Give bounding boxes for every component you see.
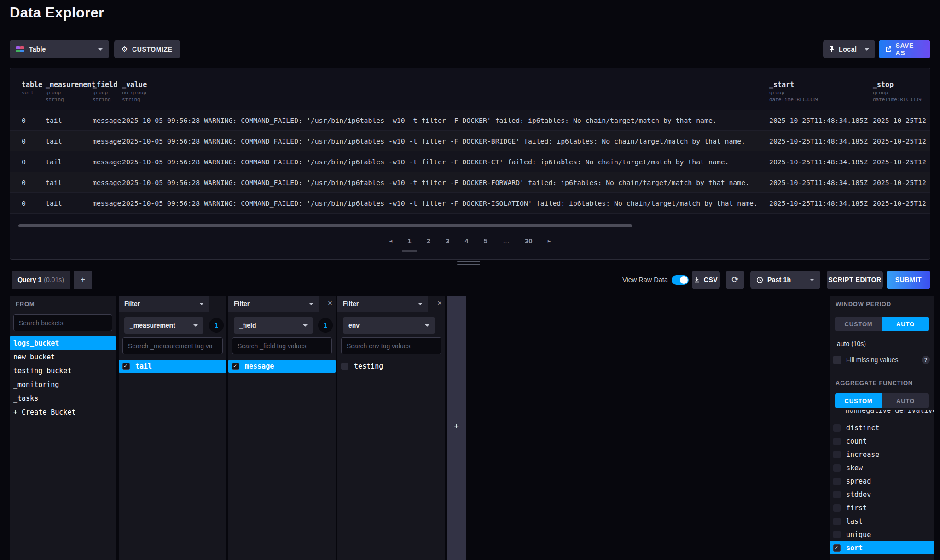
measurement-search-input[interactable] <box>122 337 223 354</box>
table-row: 0 tail message 2025-10-05 09:56:28 WARNI… <box>10 172 930 193</box>
checkbox-unchecked[interactable] <box>341 363 348 370</box>
fill-label: Fill missing values <box>846 356 899 364</box>
add-query-button[interactable]: + <box>74 271 92 289</box>
tag-value-item-tail[interactable]: tail <box>119 360 226 373</box>
page-button-30[interactable]: 30 <box>525 237 533 245</box>
column-header-start[interactable]: _startgroupdateTime:RFC3339 <box>769 81 873 110</box>
chevron-down-icon <box>810 279 814 281</box>
function-item-spread[interactable]: spread <box>830 474 934 488</box>
column-header-measurement[interactable]: _measurementgroupstring <box>46 81 93 110</box>
customize-label: CUSTOMIZE <box>132 46 173 53</box>
download-icon <box>694 277 700 283</box>
table-row: 0 tail message 2025-10-05 09:56:28 WARNI… <box>10 151 930 172</box>
script-editor-button[interactable]: SCRIPT EDITOR <box>827 271 883 289</box>
bucket-item-monitoring[interactable]: _monitoring <box>10 378 116 392</box>
function-item-distinct[interactable]: distinct <box>830 421 934 434</box>
function-item-sort[interactable]: sort <box>830 541 934 554</box>
field-search-input[interactable] <box>232 337 332 354</box>
add-filter-button[interactable]: + <box>447 421 466 431</box>
refresh-button[interactable]: ⟳ <box>726 271 744 289</box>
chevron-down-icon <box>193 324 198 327</box>
bucket-list: logs_bucket new_bucket testing_bucket _m… <box>10 336 116 419</box>
filter-type-dropdown[interactable]: Filter <box>119 296 209 312</box>
window-aggregate-panel: WINDOW PERIOD CUSTOM AUTO auto (10s) Fil… <box>830 296 934 560</box>
function-item-stddev[interactable]: stddev <box>830 488 934 501</box>
bucket-search-input[interactable] <box>13 314 112 331</box>
window-custom-button[interactable]: CUSTOM <box>835 317 882 331</box>
aggregate-auto-button[interactable]: AUTO <box>882 393 929 408</box>
aggregate-custom-button[interactable]: CUSTOM <box>835 393 882 408</box>
tag-key-dropdown[interactable]: _measurement <box>124 317 203 334</box>
results-table-card: tablesort _measurementgroupstring _field… <box>10 68 930 260</box>
checkbox-unchecked[interactable] <box>833 424 841 432</box>
bucket-item-new-bucket[interactable]: new_bucket <box>10 350 116 364</box>
window-period-toggle: CUSTOM AUTO <box>835 317 929 331</box>
resize-handle[interactable] <box>457 261 480 266</box>
filter-type-dropdown[interactable]: Filter <box>337 296 428 312</box>
checkbox-unchecked[interactable] <box>833 491 841 498</box>
column-header-table[interactable]: tablesort <box>22 81 46 110</box>
checkbox-unchecked[interactable] <box>833 518 841 525</box>
function-item-skew[interactable]: skew <box>830 461 934 474</box>
column-header-value[interactable]: _valueno groupstring <box>122 81 769 110</box>
checkbox-unchecked[interactable] <box>833 504 841 512</box>
tag-key-dropdown[interactable]: env <box>343 317 435 334</box>
query-tab-label: Query 1 <box>17 276 41 283</box>
selected-count-badge: 1 <box>318 318 333 333</box>
column-header-stop[interactable]: _stopgroupdateTime:RFC3339 <box>873 81 930 110</box>
tag-key-dropdown[interactable]: _field <box>234 317 313 334</box>
checkbox-checked[interactable] <box>833 544 841 552</box>
page-button-2[interactable]: 2 <box>427 237 430 245</box>
csv-download-button[interactable]: CSV <box>692 271 720 289</box>
bucket-item-testing-bucket[interactable]: testing_bucket <box>10 364 116 378</box>
checkbox-checked[interactable] <box>122 363 130 370</box>
function-item-last[interactable]: last <box>830 514 934 528</box>
filter-type-dropdown[interactable]: Filter <box>228 296 319 312</box>
time-range-dropdown[interactable]: Past 1h <box>750 271 820 289</box>
table-row: 0 tail message 2025-10-05 09:56:28 WARNI… <box>10 110 930 131</box>
time-range-label: Past 1h <box>767 276 791 283</box>
close-filter-icon[interactable]: × <box>328 299 332 308</box>
checkbox-unchecked[interactable] <box>833 531 841 538</box>
view-type-dropdown[interactable]: Table <box>10 40 109 58</box>
chevron-down-icon <box>303 324 308 327</box>
page-button-3[interactable]: 3 <box>446 237 449 245</box>
column-header-field[interactable]: _fieldgroupstring <box>93 81 122 110</box>
window-period-value: auto (10s) <box>837 340 866 347</box>
close-filter-icon[interactable]: × <box>437 299 442 308</box>
function-item-count[interactable]: count <box>830 434 934 448</box>
env-search-input[interactable] <box>341 337 441 354</box>
page-button-5[interactable]: 5 <box>484 237 487 245</box>
query-tab-1[interactable]: Query 1 (0.01s) <box>12 271 70 289</box>
tag-value-item-message[interactable]: message <box>228 360 336 373</box>
function-item-increase[interactable]: increase <box>830 448 934 461</box>
horizontal-scrollbar[interactable] <box>18 224 632 227</box>
export-icon <box>885 46 891 52</box>
customize-button[interactable]: ⚙ CUSTOMIZE <box>114 40 180 58</box>
save-as-button[interactable]: SAVE AS <box>879 40 930 58</box>
page-button-4[interactable]: 4 <box>464 237 468 245</box>
checkbox-unchecked[interactable] <box>833 464 841 472</box>
view-raw-data-toggle[interactable] <box>672 275 689 285</box>
bucket-item-logs-bucket[interactable]: logs_bucket <box>10 336 116 350</box>
page-button-1[interactable]: 1 <box>407 237 411 245</box>
selected-count-badge: 1 <box>209 318 224 333</box>
fill-checkbox[interactable] <box>833 356 841 364</box>
checkbox-checked[interactable] <box>232 363 239 370</box>
chevron-down-icon <box>199 303 204 305</box>
bucket-item-tasks[interactable]: _tasks <box>10 392 116 405</box>
submit-button[interactable]: SUBMIT <box>887 271 930 289</box>
tag-value-item-testing[interactable]: testing <box>337 360 445 373</box>
checkbox-unchecked[interactable] <box>833 438 841 445</box>
next-page-button[interactable]: ▸ <box>548 237 551 244</box>
aggregate-function-title: AGGREGATE FUNCTION <box>836 380 913 387</box>
checkbox-unchecked[interactable] <box>833 478 841 485</box>
local-dropdown[interactable]: Local <box>823 40 875 58</box>
window-auto-button[interactable]: AUTO <box>882 317 929 331</box>
prev-page-button[interactable]: ◂ <box>389 237 393 244</box>
function-item-unique[interactable]: unique <box>830 528 934 541</box>
create-bucket-button[interactable]: + Create Bucket <box>10 405 116 419</box>
checkbox-unchecked[interactable] <box>833 451 841 458</box>
function-item-first[interactable]: first <box>830 501 934 514</box>
help-icon[interactable]: ? <box>922 356 930 364</box>
